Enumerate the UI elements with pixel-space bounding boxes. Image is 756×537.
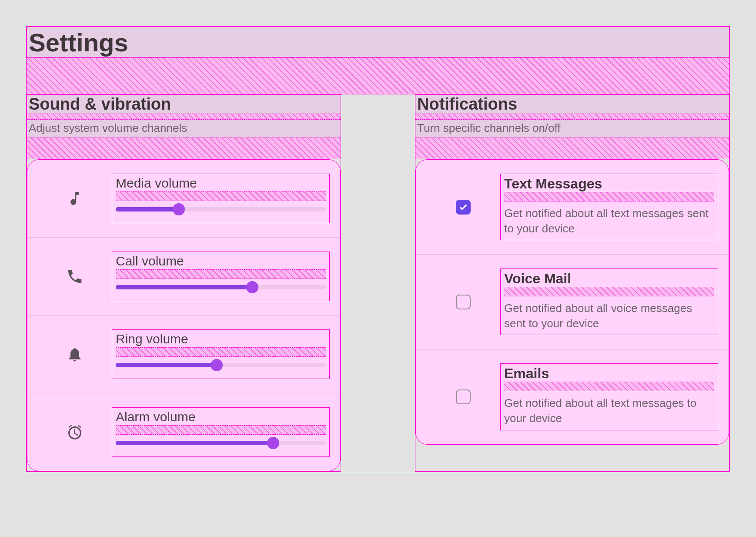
sound-card: Media volume Call volume <box>27 159 341 471</box>
section-subtitle-notifications: Turn specific channels on/off <box>415 120 729 138</box>
notifications-column: Notifications Turn specific channels on/… <box>415 94 729 472</box>
settings-page: Settings Sound & vibration Adjust system… <box>26 26 730 472</box>
notification-row-emails: Emails Get notified about all text messa… <box>416 349 729 444</box>
volume-label: Alarm volume <box>116 409 326 425</box>
spacer-hatch <box>415 114 729 120</box>
notification-title: Text Messages <box>504 176 714 192</box>
bell-icon <box>38 346 112 363</box>
spacer-hatch <box>504 287 714 296</box>
volume-row-media: Media volume <box>27 160 340 238</box>
volume-label: Call volume <box>116 254 326 269</box>
music-note-icon <box>38 190 112 207</box>
text-messages-checkbox[interactable] <box>456 200 471 215</box>
spacer-hatch <box>116 191 326 201</box>
notification-title: Emails <box>504 366 714 382</box>
spacer-hatch <box>415 138 729 159</box>
volume-row-alarm: Alarm volume <box>27 393 340 471</box>
volume-row-ring: Ring volume <box>27 315 340 393</box>
notification-description: Get notified about all text messages to … <box>504 394 714 426</box>
page-title: Settings <box>27 27 729 57</box>
spacer-hatch <box>116 347 326 357</box>
notification-title: Voice Mail <box>504 271 714 287</box>
spacer-hatch <box>116 269 326 279</box>
call-volume-slider[interactable] <box>116 282 326 293</box>
volume-label: Media volume <box>116 176 326 191</box>
emails-checkbox[interactable] <box>456 389 471 404</box>
column-gap <box>341 94 415 472</box>
section-title-sound: Sound & vibration <box>27 95 341 114</box>
spacer-hatch <box>27 57 729 94</box>
alarm-volume-slider[interactable] <box>116 437 326 449</box>
spacer-hatch <box>504 382 714 391</box>
section-subtitle-sound: Adjust system volume channels <box>27 120 341 138</box>
spacer-hatch <box>27 138 341 159</box>
phone-icon <box>38 268 112 285</box>
media-volume-slider[interactable] <box>116 204 326 215</box>
spacer-hatch <box>27 114 341 120</box>
page-header: Settings <box>27 27 729 57</box>
alarm-icon <box>38 423 112 441</box>
notification-description: Get notified about all voice messages se… <box>504 299 714 331</box>
notifications-card: Text Messages Get notified about all tex… <box>415 159 729 445</box>
notification-row-voice-mail: Voice Mail Get notified about all voice … <box>416 255 729 349</box>
notification-description: Get notified about all text messages sen… <box>504 204 714 236</box>
volume-label: Ring volume <box>116 332 326 347</box>
spacer-hatch <box>116 425 326 435</box>
volume-row-call: Call volume <box>27 238 340 315</box>
section-title-notifications: Notifications <box>415 95 729 114</box>
spacer-hatch <box>504 192 714 201</box>
ring-volume-slider[interactable] <box>116 359 326 371</box>
columns-container: Sound & vibration Adjust system volume c… <box>27 94 729 472</box>
notification-row-text-messages: Text Messages Get notified about all tex… <box>416 160 729 255</box>
voice-mail-checkbox[interactable] <box>456 295 471 309</box>
sound-column: Sound & vibration Adjust system volume c… <box>27 94 341 472</box>
